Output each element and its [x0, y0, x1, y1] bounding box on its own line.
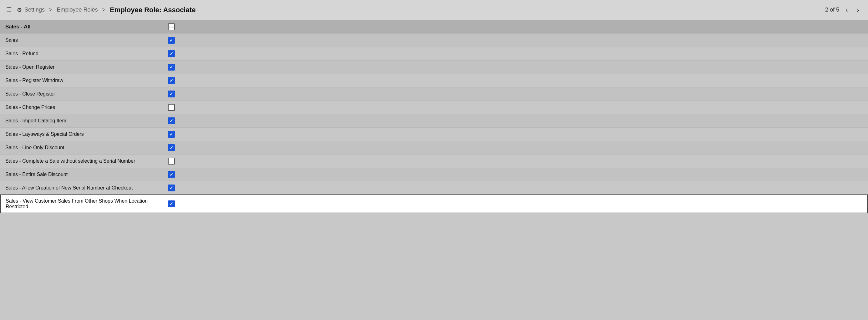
- permission-label: Sales - Entire Sale Discount: [0, 168, 163, 181]
- table-row: Sales - Close Register: [0, 87, 868, 101]
- header: ☰ ⚙ Settings > Employee Roles > Employee…: [0, 0, 868, 20]
- permission-label: Sales - Complete a Sale without selectin…: [0, 154, 163, 168]
- header-right: 2 of 5 ‹ ›: [825, 4, 862, 15]
- permission-checkbox-cell: [163, 101, 182, 114]
- permission-checkbox-cell: [163, 181, 182, 195]
- permission-checkbox[interactable]: [168, 171, 175, 178]
- permission-checkbox-cell: [163, 61, 182, 74]
- permission-checkbox[interactable]: [168, 184, 175, 191]
- permission-checkbox-cell: [163, 47, 182, 61]
- permissions-table: Sales - All Sales Sales - Refund: [0, 20, 868, 213]
- breadcrumb-sep2: >: [102, 6, 106, 13]
- permission-checkbox[interactable]: [168, 50, 175, 57]
- permission-checkbox[interactable]: [168, 144, 175, 151]
- permission-checkbox[interactable]: [168, 91, 175, 97]
- table-row: Sales - Import Catalog Item: [0, 114, 868, 128]
- permission-checkbox-cell: [163, 87, 182, 101]
- main-content: Sales - All Sales Sales - Refund: [0, 20, 868, 213]
- permission-checkbox[interactable]: [168, 201, 175, 207]
- permission-label: Sales - Change Prices: [0, 101, 163, 114]
- permission-label: Sales - Refund: [0, 47, 163, 61]
- permission-checkbox-cell: [163, 114, 182, 128]
- permission-checkbox-cell: [163, 34, 182, 47]
- permission-label: Sales - Open Register: [0, 61, 163, 74]
- table-row: Sales: [0, 34, 868, 47]
- table-row: Sales - Open Register: [0, 61, 868, 74]
- gear-icon[interactable]: ⚙: [17, 6, 22, 13]
- table-row: Sales - Allow Creation of New Serial Num…: [0, 181, 868, 195]
- table-row: Sales - Register Withdraw: [0, 74, 868, 87]
- permission-checkbox-cell: [163, 168, 182, 181]
- permission-label: Sales - View Customer Sales From Other S…: [0, 195, 163, 213]
- group-header-label: Sales - All: [0, 20, 163, 34]
- breadcrumb-sep1: >: [49, 6, 53, 13]
- permission-label: Sales - Allow Creation of New Serial Num…: [0, 181, 163, 195]
- permission-label: Sales - Layaways & Special Orders: [0, 128, 163, 141]
- page-title: Employee Role: Associate: [110, 6, 195, 14]
- permission-label: Sales - Import Catalog Item: [0, 114, 163, 128]
- permission-checkbox[interactable]: [168, 158, 175, 165]
- group-header-row: Sales - All: [0, 20, 868, 34]
- permission-checkbox-cell: [163, 141, 182, 154]
- permission-checkbox[interactable]: [168, 117, 175, 124]
- permission-checkbox-cell: [163, 128, 182, 141]
- permission-checkbox[interactable]: [168, 64, 175, 71]
- pagination-text: 2 of 5: [825, 6, 839, 13]
- permission-label: Sales - Close Register: [0, 87, 163, 101]
- prev-page-button[interactable]: ‹: [843, 4, 850, 15]
- table-row: Sales - View Customer Sales From Other S…: [0, 195, 868, 213]
- group-header-checkbox[interactable]: [168, 24, 175, 30]
- breadcrumb-settings[interactable]: Settings: [24, 6, 45, 13]
- group-header-checkbox-cell: [163, 20, 182, 34]
- permission-checkbox-cell: [163, 74, 182, 87]
- permission-label: Sales - Register Withdraw: [0, 74, 163, 87]
- table-row: Sales - Line Only Discount: [0, 141, 868, 154]
- permission-label: Sales: [0, 34, 163, 47]
- permission-checkbox[interactable]: [168, 37, 175, 44]
- breadcrumb-employee-roles[interactable]: Employee Roles: [57, 6, 98, 13]
- permission-checkbox[interactable]: [168, 131, 175, 138]
- next-page-button[interactable]: ›: [854, 4, 862, 15]
- table-row: Sales - Layaways & Special Orders: [0, 128, 868, 141]
- table-row: Sales - Refund: [0, 47, 868, 61]
- table-row: Sales - Entire Sale Discount: [0, 168, 868, 181]
- permission-label: Sales - Line Only Discount: [0, 141, 163, 154]
- permission-checkbox-cell: [163, 195, 182, 213]
- table-row: Sales - Complete a Sale without selectin…: [0, 154, 868, 168]
- header-left: ☰ ⚙ Settings > Employee Roles > Employee…: [6, 6, 195, 14]
- permission-checkbox-cell: [163, 154, 182, 168]
- permission-checkbox[interactable]: [168, 104, 175, 111]
- hamburger-icon[interactable]: ☰: [6, 6, 12, 14]
- permission-checkbox[interactable]: [168, 77, 175, 84]
- table-row: Sales - Change Prices: [0, 101, 868, 114]
